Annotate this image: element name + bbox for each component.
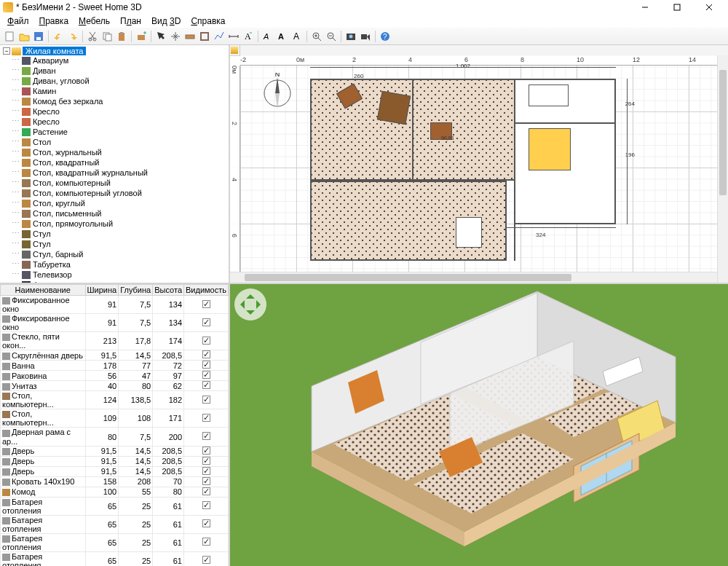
catalog-item[interactable]: Стол, квадратный xyxy=(1,157,227,168)
zoom-in-button[interactable] xyxy=(310,30,323,43)
visibility-checkbox[interactable] xyxy=(184,456,229,466)
visibility-checkbox[interactable] xyxy=(184,487,229,497)
catalog-item[interactable]: Стол xyxy=(1,137,227,147)
visibility-checkbox[interactable] xyxy=(184,332,229,350)
catalog-item[interactable]: Стол, письменный xyxy=(1,208,227,219)
visibility-checkbox[interactable] xyxy=(184,446,229,456)
visibility-checkbox[interactable] xyxy=(184,409,229,428)
table-row[interactable]: Дверь91,514,5208,5 xyxy=(1,466,229,476)
table-row[interactable]: Батарея отопления652561 xyxy=(1,497,229,515)
table-plan[interactable] xyxy=(377,91,411,125)
table-row[interactable]: Унитаз408062 xyxy=(1,381,229,391)
menu-Справка[interactable]: Справка xyxy=(186,15,229,27)
table-row[interactable]: Батарея отопления652561 xyxy=(1,551,229,566)
plan-2d-pane[interactable]: -20м24681012141618 0м2468 N 1 002 260 xyxy=(230,45,728,284)
table-row[interactable]: Дверь91,514,5208,5 xyxy=(1,456,229,466)
catalog-item[interactable]: Стул xyxy=(1,229,227,239)
table-row[interactable]: Батарея отопления652561 xyxy=(1,533,229,551)
plan-scrollbar-v[interactable] xyxy=(717,55,728,283)
menu-Мебель[interactable]: Мебель xyxy=(74,15,114,27)
table-row[interactable]: Ванна1787772 xyxy=(1,361,229,371)
add-furniture-button[interactable] xyxy=(135,30,148,43)
visibility-checkbox[interactable] xyxy=(184,533,229,551)
visibility-checkbox[interactable] xyxy=(184,391,229,409)
redo-button[interactable] xyxy=(66,30,79,43)
room-button[interactable] xyxy=(198,30,211,43)
catalog-tree[interactable]: − Жилая комната ⋯Аквариум⋯Диван⋯Диван, у… xyxy=(0,45,229,284)
catalog-item[interactable]: Стол, журнальный xyxy=(1,147,227,157)
col-header[interactable]: Ширина xyxy=(85,285,119,296)
label3d-button[interactable]: A xyxy=(276,30,289,43)
table-row[interactable]: Раковина564797 xyxy=(1,371,229,381)
col-header[interactable]: Видимость xyxy=(184,285,229,296)
photo-button[interactable] xyxy=(344,30,357,43)
catalog-item[interactable]: Стул xyxy=(1,239,227,249)
catalog-item[interactable]: Кресло xyxy=(1,106,227,117)
copy-button[interactable] xyxy=(100,30,114,43)
tree-root[interactable]: − Жилая комната xyxy=(3,47,227,55)
menu-Вид 3D[interactable]: Вид 3D xyxy=(147,15,185,27)
visibility-checkbox[interactable] xyxy=(184,381,229,391)
view-3d-pane[interactable] xyxy=(230,284,728,566)
polyline-button[interactable] xyxy=(213,30,226,43)
minimize-button[interactable] xyxy=(629,0,661,15)
new-button[interactable] xyxy=(3,30,16,43)
catalog-item[interactable]: Телевизор xyxy=(1,270,227,280)
col-header[interactable]: Глубина xyxy=(119,285,153,296)
bathtub-plan[interactable] xyxy=(529,84,569,106)
menu-План[interactable]: План xyxy=(116,15,146,27)
floor-plan[interactable]: 1 002 260 xyxy=(310,79,616,261)
visibility-checkbox[interactable] xyxy=(184,314,229,332)
select-button[interactable] xyxy=(154,30,167,43)
paste-button[interactable] xyxy=(115,30,128,43)
door-plan[interactable] xyxy=(456,217,482,248)
table-row[interactable]: Фиксированное окно917,5134 xyxy=(1,314,229,332)
catalog-item[interactable]: Растение xyxy=(1,127,227,137)
catalog-item[interactable]: Стол, компьютерный угловой xyxy=(1,188,227,198)
video-button[interactable] xyxy=(359,30,372,43)
visibility-checkbox[interactable] xyxy=(184,476,229,487)
cut-button[interactable] xyxy=(86,30,99,43)
catalog-item[interactable]: Кресло xyxy=(1,117,227,127)
catalog-item[interactable]: Стол, прямоугольный xyxy=(1,219,227,229)
help-button[interactable]: ? xyxy=(379,30,392,43)
visibility-checkbox[interactable] xyxy=(184,428,229,446)
bed-plan[interactable] xyxy=(529,128,571,170)
table-row[interactable]: Батарея отопления652561 xyxy=(1,515,229,533)
catalog-item[interactable]: Стул, барный xyxy=(1,249,227,259)
visibility-checkbox[interactable] xyxy=(184,371,229,381)
catalog-item[interactable]: Стол, квадратный журнальный xyxy=(1,168,227,178)
table-row[interactable]: Стол, компьютерн...124138,5182 xyxy=(1,391,229,409)
close-button[interactable] xyxy=(693,0,725,15)
catalog-item[interactable]: Диван xyxy=(1,66,227,76)
catalog-item[interactable]: Камин xyxy=(1,86,227,96)
visibility-checkbox[interactable] xyxy=(184,361,229,371)
undo-button[interactable] xyxy=(52,30,65,43)
visibility-checkbox[interactable] xyxy=(184,466,229,476)
plan-scrollbar-h[interactable] xyxy=(230,272,717,283)
pan-button[interactable] xyxy=(169,30,182,43)
visibility-checkbox[interactable] xyxy=(184,551,229,566)
table-row[interactable]: Кровать 140x19015820870 xyxy=(1,476,229,487)
furniture-table-pane[interactable]: НаименованиеШиринаГлубинаВысотаВидимость… xyxy=(0,284,229,566)
compass-button[interactable]: A xyxy=(290,30,304,43)
table-row[interactable]: Скруглённая дверь91,514,5208,5 xyxy=(1,350,229,361)
visibility-checkbox[interactable] xyxy=(184,497,229,515)
furniture-table[interactable]: НаименованиеШиринаГлубинаВысотаВидимость… xyxy=(0,284,229,566)
table-row[interactable]: Фиксированное окно917,5134 xyxy=(1,296,229,314)
table-row[interactable]: Комод1005580 xyxy=(1,487,229,497)
catalog-item[interactable]: Диван, угловой xyxy=(1,76,227,86)
save-button[interactable] xyxy=(32,30,45,43)
label-button[interactable]: A xyxy=(261,30,274,43)
dimension-button[interactable] xyxy=(227,30,240,43)
zoom-out-button[interactable] xyxy=(325,30,338,43)
table-row[interactable]: Дверь91,514,5208,5 xyxy=(1,446,229,456)
visibility-checkbox[interactable] xyxy=(184,515,229,533)
maximize-button[interactable] xyxy=(661,0,693,15)
catalog-item[interactable]: Аквариум xyxy=(1,55,227,66)
table-row[interactable]: Стекло, пяти окон...21317,8174 xyxy=(1,332,229,350)
catalog-item[interactable]: Комод без зеркала xyxy=(1,96,227,106)
table-row[interactable]: Дверная рама с ар...807,5200 xyxy=(1,428,229,446)
visibility-checkbox[interactable] xyxy=(184,296,229,314)
open-button[interactable] xyxy=(17,30,31,43)
